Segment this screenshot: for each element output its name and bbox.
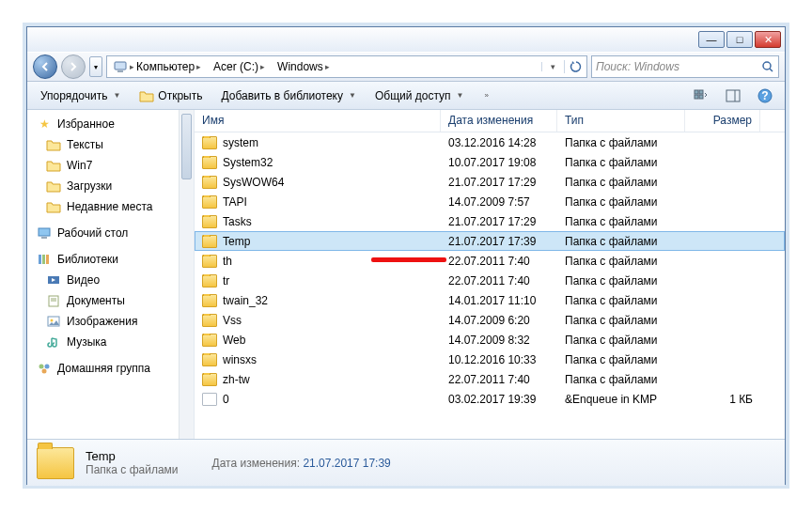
nav-lib-0-icon bbox=[46, 272, 61, 288]
nav-desktop[interactable]: Рабочий стол bbox=[35, 223, 194, 243]
file-type: Папка с файлами bbox=[557, 294, 685, 307]
breadcrumb-computer[interactable]: ▸ Компьютер ▸ bbox=[107, 56, 208, 77]
file-row[interactable]: 003.02.2017 19:39&Enqueue in KMP1 КБ bbox=[195, 389, 785, 409]
column-date[interactable]: Дата изменения bbox=[441, 110, 557, 132]
file-row[interactable]: zh-tw22.07.2011 7:40Папка с файлами bbox=[195, 369, 785, 389]
file-name: Vss bbox=[223, 314, 242, 327]
nav-homegroup[interactable]: Домашняя группа bbox=[35, 358, 194, 379]
breadcrumb-drive[interactable]: Acer (C:) ▸ bbox=[208, 56, 272, 77]
file-row[interactable]: Temp21.07.2017 17:39Папка с файлами bbox=[195, 231, 785, 251]
file-name: system bbox=[223, 136, 258, 149]
file-row[interactable]: winsxs10.12.2016 10:33Папка с файлами bbox=[195, 350, 785, 369]
nav-fav-2[interactable]: Загрузки bbox=[35, 176, 194, 196]
file-row[interactable]: TAPI14.07.2009 7:57Папка с файлами bbox=[195, 192, 785, 211]
help-button[interactable]: ? bbox=[753, 86, 777, 106]
address-dropdown-button[interactable]: ▾ bbox=[541, 62, 564, 71]
nav-fav-3-icon bbox=[46, 199, 61, 214]
folder-icon bbox=[202, 156, 217, 169]
folder-icon bbox=[202, 176, 217, 189]
view-options-button[interactable] bbox=[689, 86, 713, 106]
nav-desktop-icon bbox=[37, 225, 52, 241]
file-row[interactable]: SysWOW6421.07.2017 17:29Папка с файлами bbox=[195, 172, 785, 192]
toolbar-label: Добавить в библиотеку bbox=[221, 89, 343, 102]
column-size[interactable]: Размер bbox=[685, 110, 760, 132]
file-name: winsxs bbox=[223, 353, 257, 366]
nav-libraries[interactable]: Библиотеки bbox=[35, 249, 194, 270]
search-placeholder: Поиск: Windows bbox=[596, 60, 679, 73]
folder-icon bbox=[202, 334, 217, 347]
back-button[interactable] bbox=[33, 54, 57, 79]
breadcrumb-folder[interactable]: Windows ▸ bbox=[272, 56, 336, 77]
svg-text:?: ? bbox=[761, 89, 768, 102]
file-row[interactable]: twain_3214.01.2017 11:10Папка с файлами bbox=[195, 290, 785, 310]
file-row[interactable]: system03.12.2016 14:28Папка с файлами bbox=[195, 132, 785, 152]
nav-favorites[interactable]: ★Избранное bbox=[35, 114, 194, 134]
column-name[interactable]: Имя bbox=[195, 110, 441, 132]
column-type[interactable]: Тип bbox=[557, 110, 685, 132]
nav-fav-3[interactable]: Недавние места bbox=[35, 196, 194, 217]
file-type: Папка с файлами bbox=[557, 156, 685, 169]
file-date: 21.07.2017 17:29 bbox=[441, 215, 557, 228]
nav-scrollbar[interactable] bbox=[179, 110, 194, 439]
folder-icon bbox=[202, 353, 217, 366]
file-name: Web bbox=[223, 334, 245, 347]
nav-item-label: Музыка bbox=[67, 335, 106, 349]
folder-icon bbox=[37, 447, 74, 479]
file-row[interactable]: Tasks21.07.2017 17:29Папка с файлами bbox=[195, 211, 785, 231]
nav-lib-3[interactable]: Музыка bbox=[35, 332, 194, 352]
svg-rect-12 bbox=[39, 228, 50, 236]
file-size: 1 КБ bbox=[685, 393, 760, 406]
nav-item-label: Изображения bbox=[67, 315, 137, 328]
chevron-right-icon: ▸ bbox=[325, 62, 330, 71]
open-button[interactable]: Открыть bbox=[133, 86, 208, 105]
add-library-button[interactable]: Добавить в библиотеку ▼ bbox=[215, 86, 361, 105]
nav-lib-1-icon bbox=[46, 293, 61, 308]
folder-icon bbox=[202, 274, 217, 288]
file-name: twain_32 bbox=[223, 294, 268, 307]
refresh-button[interactable] bbox=[564, 60, 586, 73]
file-icon bbox=[202, 393, 217, 406]
file-row[interactable]: System3210.07.2017 19:08Папка с файлами bbox=[195, 152, 785, 172]
close-button[interactable]: ✕ bbox=[755, 31, 781, 48]
preview-pane-button[interactable] bbox=[721, 86, 745, 106]
nav-lib-0[interactable]: Видео bbox=[35, 270, 194, 290]
titlebar: — □ ✕ bbox=[27, 27, 785, 52]
file-row[interactable]: tr22.07.2011 7:40Папка с файлами bbox=[195, 271, 785, 290]
nav-lib-1[interactable]: Документы bbox=[35, 290, 194, 311]
file-name: Tasks bbox=[223, 215, 252, 228]
share-button[interactable]: Общий доступ ▼ bbox=[369, 86, 470, 105]
search-icon bbox=[761, 60, 774, 73]
explorer-window: — □ ✕ ▾ ▸ Компьютер ▸ Acer (C:) ▸ bbox=[26, 26, 786, 485]
svg-line-3 bbox=[770, 69, 773, 71]
chevron-right-icon: » bbox=[484, 91, 488, 100]
file-date: 10.07.2017 19:08 bbox=[441, 156, 557, 169]
nav-lib-2[interactable]: Изображения bbox=[35, 311, 194, 332]
maximize-button[interactable]: □ bbox=[726, 31, 753, 48]
nav-item-label: Тексты bbox=[67, 138, 103, 151]
file-type: Папка с файлами bbox=[557, 353, 685, 366]
svg-rect-15 bbox=[42, 255, 45, 264]
search-box[interactable]: Поиск: Windows bbox=[591, 55, 779, 78]
chevron-down-icon: ▼ bbox=[113, 91, 120, 100]
file-row[interactable]: Vss14.07.2009 6:20Папка с файлами bbox=[195, 310, 785, 330]
file-date: 03.02.2017 19:39 bbox=[441, 393, 557, 406]
file-row[interactable]: Web14.07.2009 8:32Папка с файлами bbox=[195, 330, 785, 350]
command-bar: Упорядочить ▼ Открыть Добавить в библиот… bbox=[27, 82, 785, 110]
nav-fav-0[interactable]: Тексты bbox=[35, 134, 194, 155]
folder-icon bbox=[202, 195, 217, 209]
nav-fav-1[interactable]: Win7 bbox=[35, 155, 194, 176]
file-date: 21.07.2017 17:29 bbox=[441, 176, 557, 189]
file-row[interactable]: th22.07.2011 7:40Папка с файлами bbox=[195, 251, 785, 271]
history-dropdown[interactable]: ▾ bbox=[89, 56, 102, 77]
organize-button[interactable]: Упорядочить ▼ bbox=[35, 86, 126, 105]
svg-rect-6 bbox=[695, 95, 698, 99]
address-bar[interactable]: ▸ Компьютер ▸ Acer (C:) ▸ Windows ▸ ▾ bbox=[106, 55, 587, 78]
scrollbar-thumb[interactable] bbox=[181, 114, 192, 179]
svg-rect-4 bbox=[695, 90, 698, 94]
more-actions-button[interactable]: » bbox=[476, 88, 493, 102]
details-name: Temp bbox=[86, 449, 179, 463]
minimize-button[interactable]: — bbox=[698, 31, 725, 48]
file-name: 0 bbox=[223, 393, 229, 406]
forward-button[interactable] bbox=[61, 54, 86, 79]
nav-item-label: Недавние места bbox=[67, 200, 152, 213]
